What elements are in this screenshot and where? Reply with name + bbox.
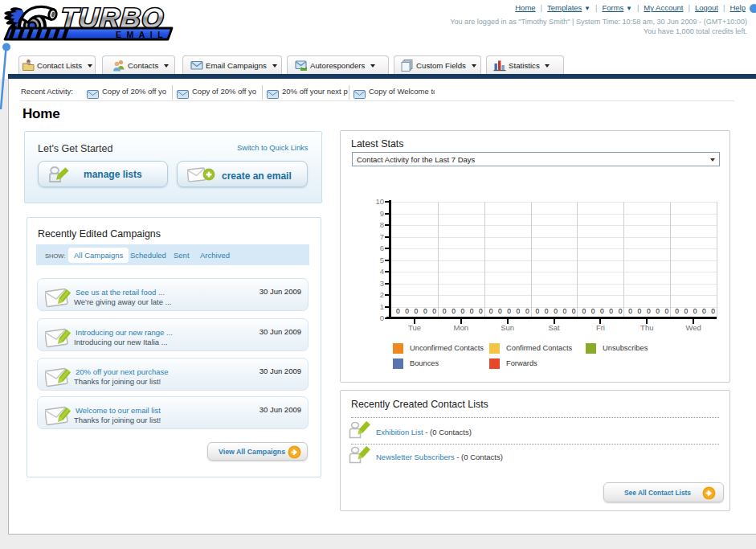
svg-text:EMAIL: EMAIL xyxy=(116,30,168,39)
